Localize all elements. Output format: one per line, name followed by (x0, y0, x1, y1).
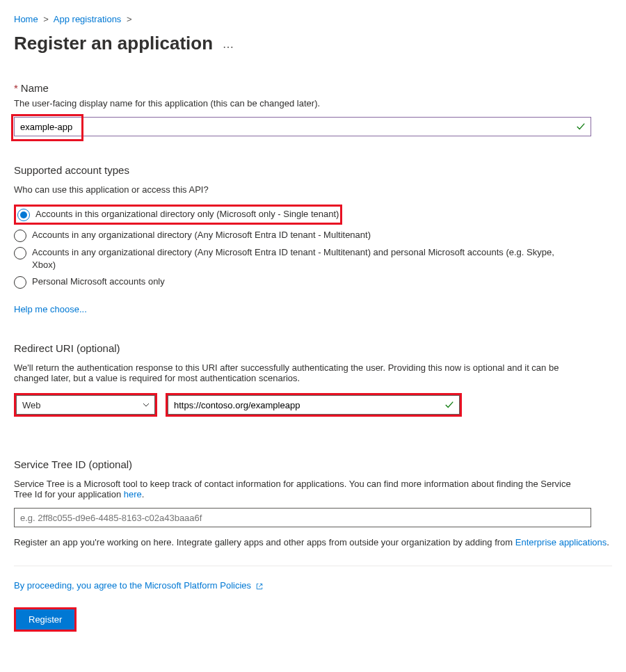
radio-multitenant-personal[interactable] (14, 247, 26, 259)
service-tree-desc: Service Tree is a Microsoft tool to keep… (14, 479, 591, 499)
radio-single-tenant-label[interactable]: Accounts in this organizational director… (35, 208, 339, 221)
service-tree-here-link[interactable]: here (124, 489, 142, 499)
service-tree-desc-text: Service Tree is a Microsoft tool to keep… (14, 479, 571, 499)
service-tree-id-input[interactable] (14, 508, 591, 527)
radio-multitenant-personal-label[interactable]: Accounts in any organizational directory… (32, 246, 575, 271)
page-title: Register an application (14, 33, 213, 54)
redirect-uri-title: Redirect URI (optional) (14, 342, 612, 354)
gallery-footnote-text: Register an app you're working on here. … (14, 537, 515, 547)
policy-line: By proceeding, you agree to the Microsof… (14, 580, 612, 591)
platform-select[interactable]: Web (16, 395, 155, 415)
account-types-question: Who can use this application or access t… (14, 184, 612, 195)
required-star: * (14, 82, 18, 94)
breadcrumb: Home > App registrations > (14, 14, 612, 24)
more-actions-button[interactable]: ⋯ (223, 40, 234, 54)
account-types-title: Supported account types (14, 164, 612, 176)
enterprise-applications-link[interactable]: Enterprise applications (515, 537, 607, 547)
name-label: *Name (14, 82, 612, 94)
breadcrumb-sep-2: > (127, 14, 132, 24)
register-button[interactable]: Register (16, 609, 74, 630)
breadcrumb-sep-1: > (43, 14, 49, 24)
external-link-icon (254, 580, 264, 591)
help-me-choose-link[interactable]: Help me choose... (14, 304, 87, 314)
check-icon (576, 122, 586, 131)
name-input[interactable] (14, 117, 591, 136)
radio-multitenant[interactable] (14, 230, 26, 242)
radio-personal-label[interactable]: Personal Microsoft accounts only (32, 275, 165, 288)
radio-single-tenant[interactable] (17, 209, 30, 221)
redirect-uri-desc: We'll return the authentication response… (14, 362, 591, 383)
breadcrumb-app-registrations[interactable]: App registrations (54, 14, 122, 24)
check-icon (444, 400, 454, 410)
redirect-uri-input[interactable] (168, 395, 460, 415)
radio-multitenant-label[interactable]: Accounts in any organizational directory… (32, 229, 371, 241)
platform-select-value: Web (22, 400, 41, 410)
name-description: The user-facing display name for this ap… (14, 98, 612, 109)
platform-policies-link[interactable]: By proceeding, you agree to the Microsof… (14, 580, 251, 591)
gallery-footnote: Register an app you're working on here. … (14, 537, 612, 547)
breadcrumb-home[interactable]: Home (14, 14, 38, 24)
radio-dot (20, 211, 27, 218)
name-label-text: Name (21, 82, 49, 94)
radio-personal[interactable] (14, 276, 26, 289)
chevron-down-icon (142, 401, 150, 409)
service-tree-title: Service Tree ID (optional) (14, 458, 612, 470)
separator (14, 566, 612, 566)
